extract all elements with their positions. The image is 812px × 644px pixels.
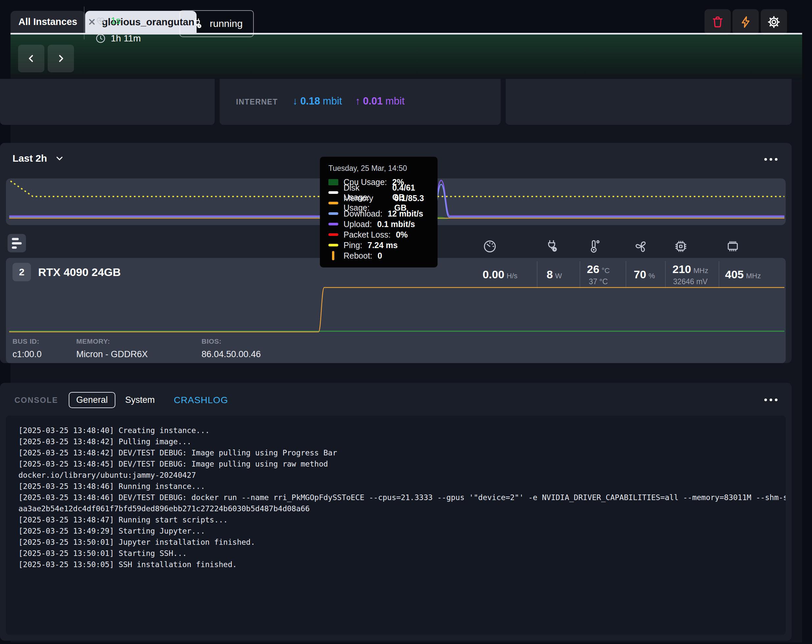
console-tab-row: CONSOLE General System CRASHLOG [14,392,228,408]
arrow-down-icon: ↓ [293,95,298,107]
console-line: [2025-03-25 13:48:42] Pulling image... [18,436,786,447]
upload-rate: ↑ 0.01 mbit [355,95,404,107]
tooltip-row: Download:12 mbit/s [328,208,429,219]
ping-swatch [328,244,338,247]
packet-loss-swatch [328,233,338,236]
internet-label: INTERNET [236,97,278,107]
gpu-panel: 2 RTX 4090 24GB 0.00H/s 8W 26°C 37 °C 70… [6,258,786,363]
arrow-up-icon: ↑ [355,95,360,107]
download-rate: ↓ 0.18 mbit [293,95,342,107]
console-line: [2025-03-25 13:50:05] SSH installation f… [18,559,786,570]
console-menu-button[interactable] [764,399,777,401]
settings-button[interactable] [761,9,787,35]
download-unit: mbit [323,95,342,107]
power-actions-button[interactable] [733,9,759,35]
tooltip-row: Memory Usage:0.1/85.3 GB [328,198,429,208]
console-line: [2025-03-25 13:48:47] Running start scri… [18,514,786,525]
status-button[interactable]: running [180,10,254,37]
back-button[interactable] [18,45,44,72]
bars-icon [12,238,19,240]
uptime-value: 1h 11m [111,33,141,44]
console-tab-general[interactable]: General [69,392,115,408]
memory-icon [725,239,740,254]
upload-value: 0.01 [363,95,383,107]
lightning-bolt-icon [739,15,752,29]
gpu-metrics-chart[interactable] [6,284,786,333]
reboot-swatch [332,251,334,260]
upload-unit: mbit [385,95,405,107]
disk-swatch [328,191,338,194]
clock-icon [95,33,106,44]
uptime-indicator: 1h 11m [95,33,141,44]
gpu-info-bios: BIOS: 86.04.50.00.46 [201,338,261,359]
console-line: aa3ae2b54e12dc4df061f7bfd59ded896ebb271c… [18,503,786,514]
gpu-name: RTX 4090 24GB [38,266,121,279]
heart-pulse-icon [95,15,106,26]
chevron-left-icon [26,53,37,64]
chip-icon [673,239,688,254]
console-line: [2025-03-25 13:48:42] DEV/TEST DEBUG: Im… [18,447,786,458]
console-line: [2025-03-25 13:48:46] Running instance..… [18,481,786,492]
destroy-button[interactable] [705,9,731,35]
chevron-down-icon [55,154,64,163]
console-line: [2025-03-25 13:50:01] Jupyter installati… [18,537,786,548]
internet-row: INTERNET ↓ 0.18 mbit ↑ 0.01 mbit [220,79,501,107]
time-range-selector[interactable]: Last 2h [12,153,64,164]
tooltip-row: Upload:0.1 mbit/s [328,219,429,229]
tooltip-title: Tuesday, 25 Mar, 14:50 [328,164,429,173]
console-line: [2025-03-25 13:49:29] Starting Jupyter..… [18,525,786,537]
tab-all-instances[interactable]: All Instances [11,11,85,33]
gpu-list-view-button[interactable] [8,234,26,252]
cpu-swatch [328,179,338,185]
chart-tooltip: Tuesday, 25 Mar, 14:50 Cpu Usage:2% Disk… [320,157,438,268]
console-line: [2025-03-25 13:50:01] Starting SSH... [18,548,786,559]
monitoring-menu-button[interactable] [764,158,777,161]
chevron-right-icon [56,53,66,64]
summary-card-right [505,79,792,125]
gpu-info-memory: MEMORY: Micron - GDDR6X [76,338,148,359]
trash-icon [711,15,725,29]
fan-icon [634,239,649,254]
internet-card: INTERNET ↓ 0.18 mbit ↑ 0.01 mbit [220,79,501,125]
forward-button[interactable] [48,45,74,72]
monitoring-section: Last 2h Tuesday, 25 Mar, 14:50 Cpu Usage… [0,143,792,363]
tab-all-instances-label: All Instances [18,17,77,27]
gpu-index-badge: 2 [12,263,31,281]
console-line: [2025-03-25 13:48:40] Creating instance.… [18,425,786,436]
download-value: 0.18 [301,95,320,107]
summary-card-left [0,79,215,125]
tooltip-row: Ping:7.24 ms [328,240,429,250]
console-tab-crashlog[interactable]: CRASHLOG [174,395,228,405]
upload-swatch [328,223,338,225]
gear-icon [767,15,781,29]
heartbeat-value: 1s [111,15,121,26]
thermometer-icon [586,239,601,254]
console-output[interactable]: [2025-03-25 13:48:40] Creating instance.… [6,416,786,635]
console-line: [2025-03-25 13:48:45] DEV/TEST DEBUG: Im… [18,458,786,469]
header-divider [84,6,84,40]
tooltip-row: Reboot:0 [328,250,429,261]
tooltip-row: Packet Loss:0% [328,229,429,240]
gauge-icon [482,239,498,254]
console-tab-system[interactable]: System [125,395,155,405]
console-line: [2025-03-25 13:48:46] DEV/TEST DEBUG: do… [18,492,786,503]
power-plug-icon [544,239,559,254]
status-label: running [210,18,243,29]
time-range-label: Last 2h [12,153,47,164]
console-label: CONSOLE [14,396,58,405]
console-section: CONSOLE General System CRASHLOG [2025-03… [0,383,792,641]
download-swatch [328,212,338,215]
gpu-metrics-chart-svg [6,284,786,333]
memory-swatch [328,202,338,204]
power-plug-icon [191,17,203,30]
gpu-info-busid: BUS ID: c1:00.0 [12,338,42,359]
heartbeat-indicator: 1s [95,15,121,26]
console-line: docker.io/library/ubuntu:jammy-20240427 [18,469,786,481]
